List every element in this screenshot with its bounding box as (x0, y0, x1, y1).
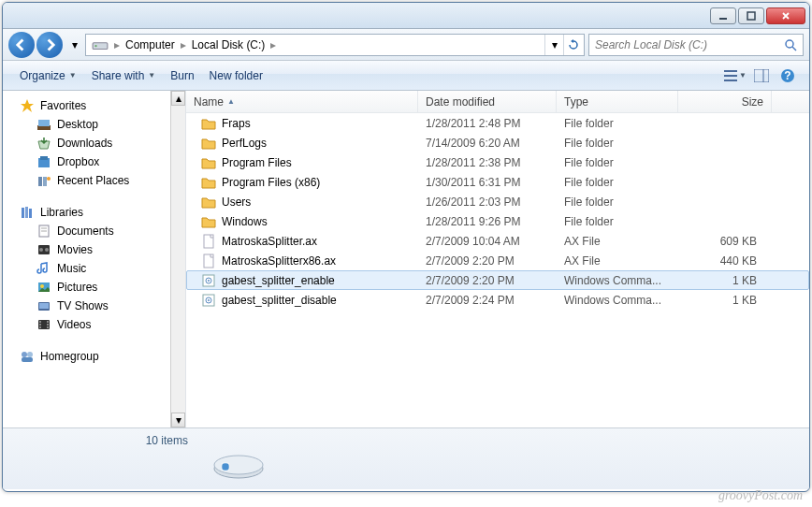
file-date: 1/28/2011 2:38 PM (418, 156, 557, 169)
back-button[interactable] (8, 32, 35, 58)
sidebar-homegroup-header[interactable]: Homegroup (3, 347, 185, 366)
column-headers: Name▲ Date modified Type Size (186, 91, 809, 113)
file-type: File folder (557, 117, 678, 130)
sidebar-item-icon (36, 317, 51, 332)
sidebar-item-label: Downloads (57, 137, 112, 150)
sidebar-item[interactable]: Movies (3, 240, 185, 259)
file-date: 2/7/2009 10:04 AM (418, 235, 557, 248)
sidebar-libraries-header[interactable]: Libraries (3, 203, 185, 222)
folder-icon (201, 136, 216, 151)
sidebar-item-icon (36, 136, 51, 151)
organize-menu[interactable]: Organize▼ (12, 65, 84, 86)
sidebar-item[interactable]: TV Shows (3, 297, 185, 315)
file-row[interactable]: PerfLogs 7/14/2009 6:20 AM File folder (186, 133, 809, 152)
svg-rect-6 (724, 70, 737, 72)
sidebar-item[interactable]: Videos (3, 315, 185, 334)
file-name: PerfLogs (222, 137, 267, 150)
maximize-button[interactable] (738, 7, 764, 24)
search-input[interactable] (595, 38, 784, 51)
breadcrumb-sep-icon: ▸ (179, 38, 188, 51)
view-options-button[interactable]: ▼ (723, 65, 747, 86)
preview-pane-button[interactable] (749, 65, 774, 86)
new-folder-button[interactable]: New folder (202, 65, 270, 86)
libraries-icon (20, 205, 35, 220)
search-box[interactable] (588, 34, 804, 56)
sidebar-item[interactable]: Downloads (3, 134, 185, 152)
sidebar-scrollbar[interactable]: ▴ ▾ (170, 91, 185, 427)
explorer-window: ▾ ▸ Computer ▸ Local Disk (C:) ▸ ▾ Organ… (2, 2, 810, 492)
file-size: 440 KB (678, 254, 764, 268)
sidebar-item-label: Movies (57, 243, 93, 256)
column-date[interactable]: Date modified (418, 91, 557, 112)
svg-rect-0 (719, 18, 727, 20)
folder-icon (201, 175, 216, 190)
file-name: Users (222, 196, 251, 209)
burn-button[interactable]: Burn (163, 65, 201, 86)
file-row[interactable]: MatroskaSplitter.ax 2/7/2009 10:04 AM AX… (186, 231, 809, 251)
folder-icon (201, 195, 216, 210)
sidebar-item[interactable]: Documents (3, 222, 185, 240)
sidebar-group-label: Libraries (40, 206, 83, 219)
svg-rect-22 (29, 209, 32, 218)
file-row[interactable]: gabest_splitter_enable 2/7/2009 2:20 PM … (186, 270, 809, 290)
svg-point-3 (94, 45, 96, 47)
address-bar[interactable]: ▸ Computer ▸ Local Disk (C:) ▸ ▾ (85, 34, 585, 56)
breadcrumb-computer[interactable]: Computer (122, 35, 179, 55)
svg-rect-18 (43, 177, 47, 186)
drive-icon (92, 36, 109, 53)
file-row[interactable]: Users 1/26/2011 2:03 PM File folder (186, 192, 809, 211)
folder-icon (201, 155, 216, 170)
column-name[interactable]: Name▲ (186, 91, 418, 112)
column-size[interactable]: Size (678, 91, 772, 112)
file-row[interactable]: Program Files (x86) 1/30/2011 6:31 PM Fi… (186, 172, 809, 192)
close-button[interactable] (766, 7, 805, 24)
sidebar-item[interactable]: Desktop (3, 115, 185, 134)
history-dropdown-icon[interactable]: ▾ (68, 36, 81, 53)
sidebar-item-label: TV Shows (57, 299, 109, 312)
cmd-icon (201, 273, 216, 288)
file-type: File folder (557, 176, 678, 189)
file-name: Program Files (x86) (222, 176, 320, 189)
file-row[interactable]: Program Files 1/28/2011 2:38 PM File fol… (186, 152, 809, 172)
file-name: MatroskaSplitter.ax (222, 235, 317, 248)
file-row[interactable]: gabest_splitter_disable 2/7/2009 2:24 PM… (186, 290, 809, 310)
homegroup-icon (20, 349, 35, 364)
address-dropdown-icon[interactable]: ▾ (544, 35, 563, 55)
share-menu[interactable]: Share with▼ (84, 65, 164, 86)
nav-toolbar: ▾ ▸ Computer ▸ Local Disk (C:) ▸ ▾ (3, 29, 809, 61)
breadcrumb-localdisk[interactable]: Local Disk (C:) (188, 35, 269, 55)
scroll-down-icon[interactable]: ▾ (171, 413, 185, 427)
sidebar-group-label: Homegroup (40, 350, 99, 363)
sidebar-item[interactable]: Pictures (3, 278, 185, 297)
sidebar-item-label: Music (57, 262, 86, 275)
file-date: 1/28/2011 2:48 PM (418, 117, 557, 130)
file-row[interactable]: Windows 1/28/2011 9:26 PM File folder (186, 211, 809, 231)
forward-button[interactable] (36, 32, 63, 58)
sidebar-item-label: Pictures (57, 281, 97, 294)
sidebar-item[interactable]: Recent Places (3, 171, 185, 190)
svg-point-19 (47, 177, 51, 181)
file-row[interactable]: MatroskaSplitterx86.ax 2/7/2009 2:20 PM … (186, 251, 809, 270)
minimize-button[interactable] (710, 7, 736, 24)
cmd-icon (201, 293, 216, 308)
file-name: gabest_splitter_disable (222, 294, 337, 307)
refresh-button[interactable] (563, 35, 582, 55)
sidebar-item-icon (36, 298, 51, 313)
svg-rect-7 (724, 75, 737, 77)
sidebar-item[interactable]: Music (3, 259, 185, 278)
file-type: Windows Comma... (557, 294, 678, 307)
column-type[interactable]: Type (557, 91, 678, 112)
titlebar[interactable] (3, 3, 809, 29)
help-button[interactable]: ? (776, 65, 800, 86)
scroll-up-icon[interactable]: ▴ (171, 91, 185, 106)
sidebar-item-icon (36, 261, 51, 276)
sidebar-favorites-header[interactable]: Favorites (3, 96, 185, 115)
svg-point-4 (786, 40, 793, 48)
svg-point-27 (39, 248, 43, 252)
file-row[interactable]: Fraps 1/28/2011 2:48 PM File folder (186, 113, 809, 133)
svg-rect-36 (39, 326, 41, 328)
svg-rect-9 (754, 69, 769, 82)
sidebar-item[interactable]: Dropbox (3, 152, 185, 171)
sidebar-item-icon (36, 154, 51, 169)
command-bar: Organize▼ Share with▼ Burn New folder ▼ … (3, 61, 809, 91)
